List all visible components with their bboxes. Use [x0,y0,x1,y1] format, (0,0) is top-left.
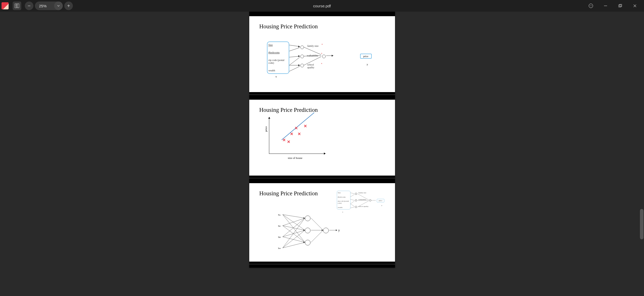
data-point: ✕ [282,138,286,142]
nn-input-label: x₃ [278,235,281,239]
svg-line-33 [350,207,355,208]
svg-line-50 [311,218,323,230]
svg-line-16 [289,48,300,51]
slide-title: Housing Price Prediction [259,23,385,30]
nn-input-label: x₂ [278,224,281,227]
scatter-chart: price size of house ✕✕✕✕✕✕ [264,118,325,158]
svg-rect-1 [17,4,19,8]
x-axis-label: size of house [288,156,302,159]
hidden-node [300,64,304,67]
feature-label: #bedrooms [268,51,288,54]
nn-input-label: x₄ [278,246,281,250]
chevron-down-icon [57,4,60,7]
x-axis [269,154,325,154]
zoom-level-select[interactable]: 25% [35,2,63,10]
svg-line-41 [283,218,305,226]
svg-line-31 [350,201,355,204]
svg-line-30 [350,199,355,200]
svg-line-38 [283,215,305,218]
zoom-in-button[interactable]: + [64,2,73,10]
arrowhead-icon [268,117,270,119]
nn-hidden-node [305,240,310,245]
slide-content: Housing Price Prediction Size #bedrooms … [249,183,395,262]
inset-feature: Size [338,192,349,194]
more-button[interactable] [585,2,596,10]
maximize-button[interactable] [615,2,626,10]
slide-title: Housing Price Prediction [259,107,385,113]
slide-bar [249,179,395,183]
nn-input-label: x₁ [278,213,281,216]
svg-line-46 [283,237,305,242]
pdf-viewer[interactable]: Housing Price Prediction Size #bedrooms … [0,12,644,296]
feature-label: wealth [268,69,288,72]
slide-content: Housing Price Prediction Size #bedrooms … [249,16,395,92]
svg-marker-21 [298,65,300,66]
inset-feature: wealth [338,206,349,208]
nn-output-node [323,228,329,233]
feature-label: zip code (postal code) [268,59,288,64]
svg-rect-0 [15,4,17,8]
toc-button[interactable] [13,2,21,10]
document-title: course.pdf [313,4,331,8]
svg-line-36 [358,201,369,207]
red-mark-icon: « [321,52,322,54]
svg-point-6 [590,6,590,6]
price-node [322,55,326,58]
slide-bar [249,12,395,16]
y-axis-label: price [264,126,267,132]
toc-icon [15,4,19,8]
zoom-chevron-wrap [54,2,63,10]
slide-bar [249,95,395,100]
scrollbar-thumb[interactable] [640,209,643,239]
titlebar: − 25% + course.pdf [0,0,644,12]
data-point: ✕ [298,132,301,136]
nn-output-label: y [338,228,340,232]
svg-line-22 [289,66,300,71]
app-icon [2,2,9,9]
svg-marker-15 [298,46,300,47]
mid-feature-label: school quality [307,63,318,69]
close-icon [633,4,637,8]
svg-line-28 [350,193,355,194]
svg-marker-58 [336,229,337,231]
nn-hidden-node [305,228,310,233]
inset-input-box: Size #bedrooms zip code (postal code) we… [337,191,350,209]
slide-bar [249,92,395,94]
slide-bar [249,176,395,178]
data-point: ✕ [290,132,293,136]
nn-connections-icon [283,212,343,250]
arrows-icon [289,41,355,79]
inset-arrows-icon [350,191,383,211]
input-features-box: Size #bedrooms zip code (postal code) we… [267,41,289,74]
svg-marker-27 [332,55,333,56]
pdf-page: Housing Price Prediction price size of h… [249,95,395,178]
pdf-page: Housing Price Prediction Size #bedrooms … [249,12,395,94]
pdf-page: Housing Price Prediction Size #bedrooms … [249,179,395,264]
pdf-page [249,265,395,268]
output-box: price [360,54,372,59]
svg-point-7 [591,6,591,6]
minimize-button[interactable] [600,2,611,10]
close-button[interactable] [629,2,640,10]
y-axis [269,118,269,154]
svg-marker-57 [322,229,323,231]
svg-line-45 [283,230,305,237]
slide-content: Housing Price Prediction price size of h… [249,100,395,176]
minimize-icon [604,4,607,8]
zoom-out-button[interactable]: − [25,2,33,10]
svg-line-19 [289,57,300,65]
inset-feature: #bedrooms [338,196,349,198]
data-point: ✕ [304,124,307,128]
arrowhead-icon [324,153,326,155]
svg-marker-18 [298,55,300,57]
zoom-controls: − 25% + [25,2,73,10]
svg-line-34 [358,194,369,200]
y-symbol: y [367,63,368,66]
data-point: ✕ [287,140,290,144]
feature-label: Size [268,44,288,46]
svg-line-23 [304,47,321,55]
nn-hidden-node [305,216,310,221]
mid-feature-label: family size [307,45,319,47]
hidden-node [300,55,304,58]
window-controls [585,2,642,10]
